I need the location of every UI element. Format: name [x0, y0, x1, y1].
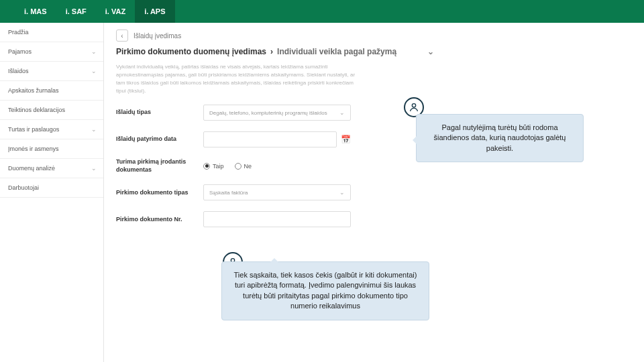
sidebar-item-apskaitos[interactable]: Apskaitos žurnalas — [0, 81, 103, 101]
tab-isaf[interactable]: i. SAF — [56, 0, 96, 23]
document-number-input[interactable] — [203, 211, 351, 227]
chevron-down-icon: ⌄ — [91, 68, 97, 74]
tab-iaps[interactable]: i. APS — [135, 0, 174, 23]
label-has-document: Turima pirkimą įrodantis dokumentas — [116, 158, 203, 174]
back-button[interactable]: ‹ — [116, 29, 128, 42]
sidebar-item-label: Duomenų analizė — [8, 165, 55, 172]
label-expense-type: Išlaidų tipas — [116, 109, 203, 117]
sidebar-item-label: Teiktinos deklaracijos — [8, 107, 65, 113]
chevron-down-icon: ⌄ — [91, 48, 97, 55]
chevron-down-icon: ⌄ — [91, 126, 97, 133]
sidebar-item-darbuotojai[interactable]: Darbuotojai — [0, 178, 103, 198]
chevron-down-icon: ⌄ — [339, 189, 345, 196]
annotation-callout-docnum: Tiek sąskaita, tiek kasos čekis (galbūt … — [221, 261, 429, 320]
sidebar-item-imones[interactable]: Įmonės ir asmenys — [0, 139, 103, 159]
expense-type-select[interactable]: Degalų, telefono, kompiuterinių programų… — [203, 105, 351, 121]
document-type-select[interactable]: Sąskaita faktūra ⌄ — [203, 184, 351, 200]
calendar-icon[interactable]: 📅 — [341, 135, 351, 144]
sidebar-item-duomenu[interactable]: Duomenų analizė⌄ — [0, 159, 103, 178]
radio-no[interactable]: Ne — [235, 163, 252, 170]
has-document-radio-group: Taip Ne — [203, 163, 351, 170]
select-value: Degalų, telefono, kompiuterinių programų… — [209, 110, 327, 116]
label-expense-date: Išlaidų patyrimo data — [116, 135, 203, 143]
sidebar-item-teiktinos[interactable]: Teiktinos deklaracijos — [0, 101, 103, 120]
annotation-callout-date: Pagal nutylėjimą turėtų būti rodoma šian… — [416, 114, 584, 162]
page-title: Pirkimo dokumento duomenų įvedimas › Ind… — [116, 47, 632, 56]
label-document-type: Pirkimo dokumento tipas — [116, 189, 203, 197]
sidebar-item-pajamos[interactable]: Pajamos⌄ — [0, 42, 103, 62]
select-value: Sąskaita faktūra — [209, 190, 248, 196]
chevron-down-icon: ⌄ — [91, 165, 97, 172]
chevron-down-icon[interactable]: ⌄ — [427, 47, 434, 56]
radio-yes[interactable]: Taip — [203, 163, 224, 170]
description-text: Vykdant individualią veiklą, patirtas iš… — [116, 63, 358, 95]
chevron-down-icon: ⌄ — [339, 109, 345, 116]
breadcrumb: Išlaidų įvedimas — [133, 32, 181, 40]
sidebar: Pradžia Pajamos⌄ Išlaidos⌄ Apskaitos žur… — [0, 23, 104, 362]
tab-ivaz[interactable]: i. VAZ — [96, 0, 135, 23]
title-sub: Individuali veikla pagal pažymą — [277, 47, 396, 56]
svg-point-0 — [412, 104, 415, 107]
sidebar-item-label: Išlaidos — [8, 68, 29, 74]
label-document-number: Pirkimo dokumento Nr. — [116, 216, 203, 224]
sidebar-item-label: Pradžia — [8, 29, 29, 36]
sidebar-item-label: Turtas ir paslaugos — [8, 126, 59, 133]
sidebar-item-islaidos[interactable]: Išlaidos⌄ — [0, 62, 103, 81]
sidebar-item-pradzia[interactable]: Pradžia — [0, 23, 103, 42]
top-nav: i. MAS i. SAF i. VAZ i. APS — [0, 0, 644, 23]
sidebar-item-label: Pajamos — [8, 48, 32, 55]
expense-date-input[interactable] — [203, 131, 337, 147]
sidebar-item-turtas[interactable]: Turtas ir paslaugos⌄ — [0, 120, 103, 139]
tab-imas[interactable]: i. MAS — [15, 0, 56, 23]
title-main: Pirkimo dokumento duomenų įvedimas — [116, 47, 266, 56]
sidebar-item-label: Apskaitos žurnalas — [8, 87, 59, 94]
sidebar-item-label: Darbuotojai — [8, 184, 39, 191]
sidebar-item-label: Įmonės ir asmenys — [8, 145, 59, 152]
